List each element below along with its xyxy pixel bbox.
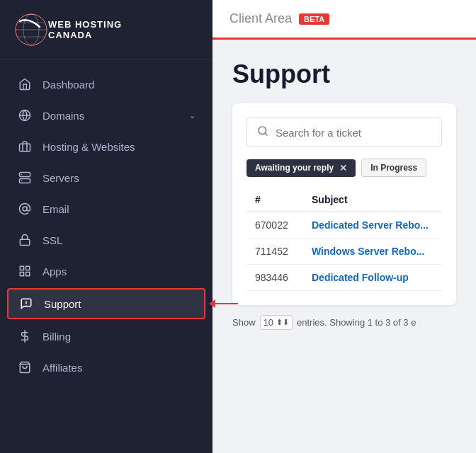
search-box[interactable]: [246, 117, 442, 147]
sidebar-item-servers[interactable]: Servers: [0, 162, 212, 193]
sidebar-nav: Dashboard Domains ⌄ Hosting & Web: [0, 60, 212, 453]
col-number: #: [246, 188, 303, 212]
logo-area: WEB HOSTING CANADA: [0, 0, 212, 60]
chevron-down-icon: ⌄: [189, 111, 196, 120]
logo-icon: [14, 13, 48, 47]
sidebar-item-label: Affiliates: [42, 362, 196, 374]
table-row: 983446 Dedicated Follow-up: [246, 265, 442, 291]
page-content: Support Awaiting your reply ✕: [212, 40, 476, 453]
client-area-title: Client Area: [230, 11, 292, 26]
globe-icon: [17, 108, 33, 123]
ticket-subject[interactable]: Windows Server Rebo...: [312, 246, 424, 257]
active-arrow: [215, 303, 238, 304]
filter-awaiting[interactable]: Awaiting your reply ✕: [246, 159, 356, 177]
svg-rect-10: [20, 144, 30, 151]
at-icon: [17, 201, 33, 217]
sidebar: WEB HOSTING CANADA Dashboard: [0, 0, 212, 453]
sidebar-item-support[interactable]: Support: [7, 288, 205, 319]
svg-point-15: [23, 207, 27, 211]
sidebar-item-apps[interactable]: Apps: [0, 256, 212, 287]
help-icon: [18, 296, 34, 311]
grid-icon: [17, 263, 33, 279]
sidebar-item-dashboard[interactable]: Dashboard: [0, 69, 212, 100]
ticket-subject[interactable]: Dedicated Server Rebo...: [312, 219, 429, 231]
entries-value: 10: [264, 317, 273, 328]
svg-line-26: [265, 133, 267, 135]
logo-text: WEB HOSTING CANADA: [48, 19, 122, 40]
sidebar-item-label: Email: [42, 203, 196, 215]
svg-rect-17: [20, 266, 23, 270]
sidebar-item-billing[interactable]: Billing: [0, 321, 212, 352]
beta-badge: Beta: [299, 13, 329, 25]
home-icon: [17, 76, 33, 92]
filter-close-icon[interactable]: ✕: [339, 163, 347, 173]
entries-select[interactable]: 10 ⬆⬇: [260, 315, 293, 330]
support-card: Awaiting your reply ✕ In Progress # Subj…: [232, 103, 456, 305]
briefcase-icon: [17, 139, 33, 154]
search-icon: [257, 125, 268, 139]
ticket-subject[interactable]: Dedicated Follow-up: [312, 272, 409, 283]
sidebar-item-hosting[interactable]: Hosting & Websites: [0, 131, 212, 162]
table-row: 711452 Windows Server Rebo...: [246, 239, 442, 265]
tickets-table: # Subject 670022 Dedicated Server Rebo..…: [246, 188, 442, 291]
sidebar-item-affiliates[interactable]: Affiliates: [0, 352, 212, 383]
filter-inprogress[interactable]: In Progress: [361, 159, 426, 177]
svg-rect-20: [26, 273, 30, 276]
sidebar-item-label: Support: [44, 298, 194, 310]
show-label: Show: [232, 317, 256, 328]
entries-info: entries. Showing 1 to 3 of 3 e: [297, 317, 416, 328]
page-title: Support: [232, 59, 456, 89]
server-icon: [17, 170, 33, 185]
ticket-id: 711452: [246, 239, 303, 265]
table-footer: Show 10 ⬆⬇ entries. Showing 1 to 3 of 3 …: [232, 315, 456, 330]
sidebar-item-label: Hosting & Websites: [42, 141, 196, 153]
svg-rect-18: [26, 266, 30, 270]
sidebar-item-label: Servers: [42, 172, 196, 184]
table-row: 670022 Dedicated Server Rebo...: [246, 212, 442, 239]
sidebar-item-email[interactable]: Email: [0, 193, 212, 224]
sidebar-item-label: Domains: [42, 110, 189, 122]
sidebar-item-label: Dashboard: [42, 79, 196, 91]
dollar-icon: [17, 328, 33, 344]
sidebar-item-ssl[interactable]: SSL: [0, 224, 212, 256]
sidebar-item-label: Apps: [42, 265, 196, 277]
search-input[interactable]: [276, 127, 431, 139]
ticket-id: 670022: [246, 212, 303, 239]
filter-label: Awaiting your reply: [255, 163, 334, 173]
filter-label: In Progress: [370, 163, 417, 173]
filter-row: Awaiting your reply ✕ In Progress: [246, 159, 442, 177]
lock-icon: [17, 232, 33, 248]
col-subject: Subject: [303, 188, 442, 212]
top-bar: Client Area Beta: [212, 0, 476, 40]
sidebar-item-label: Billing: [42, 331, 196, 343]
svg-rect-19: [20, 273, 23, 276]
sidebar-item-label: SSL: [42, 234, 196, 246]
main-content: Client Area Beta Support Awaiting your r…: [212, 0, 476, 453]
sidebar-item-domains[interactable]: Domains ⌄: [0, 100, 212, 131]
svg-rect-16: [20, 239, 30, 245]
ticket-id: 983446: [246, 265, 303, 291]
bag-icon: [17, 360, 33, 375]
entries-stepper-icon[interactable]: ⬆⬇: [276, 318, 289, 327]
